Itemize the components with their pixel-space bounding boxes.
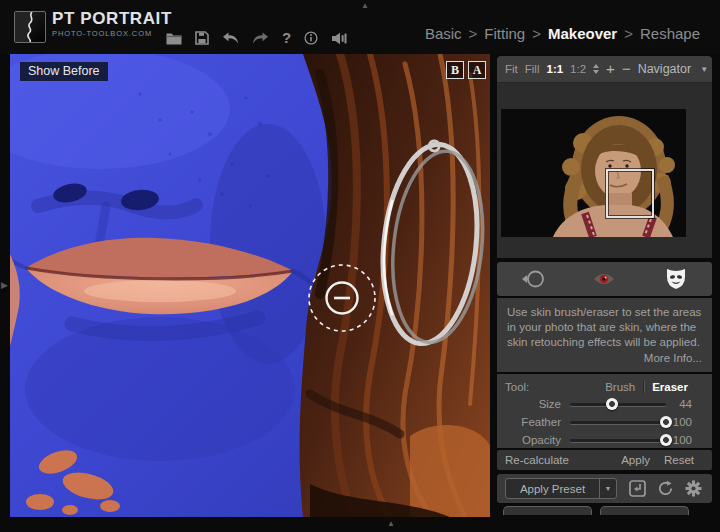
navigator-thumbnail[interactable]	[501, 109, 686, 237]
feather-slider[interactable]	[570, 413, 666, 431]
navigator-caret-icon[interactable]: ▼	[700, 65, 708, 74]
size-slider-row: Size 44	[497, 395, 712, 413]
dropdown-caret-icon: ▼	[599, 479, 616, 498]
breadcrumb-reshape[interactable]: Reshape	[640, 25, 700, 42]
zoom-fill-button[interactable]: Fill	[525, 63, 540, 75]
brush-controls: Tool: Brush Eraser Size 44 Feather 100 O…	[497, 374, 712, 448]
collapse-bottom-arrow-icon[interactable]: ▲	[387, 520, 395, 528]
zoom-1-2-button[interactable]: 1:2	[570, 63, 586, 75]
before-after-buttons: B A	[446, 61, 486, 79]
opacity-slider-row: Opacity 100	[497, 431, 712, 449]
opacity-slider[interactable]	[570, 431, 666, 449]
collapse-top-arrow-icon[interactable]: ▲	[361, 2, 369, 10]
breadcrumb-separator: >	[532, 25, 541, 42]
open-file-icon[interactable]	[166, 32, 182, 45]
apply-button[interactable]: Apply	[621, 454, 650, 466]
navigator-thumbnail-photo	[501, 109, 686, 237]
breadcrumb-separator: >	[624, 25, 633, 42]
size-slider[interactable]	[570, 395, 666, 413]
reset-preset-icon[interactable]	[657, 480, 674, 497]
canvas-photo	[10, 54, 490, 517]
size-slider-label: Size	[505, 398, 570, 410]
preset-settings-gear-icon[interactable]	[685, 480, 702, 497]
navigator-title[interactable]: Navigator	[638, 62, 692, 76]
after-button[interactable]: A	[468, 61, 486, 79]
feather-slider-thumb[interactable]	[660, 416, 672, 428]
tool-separator	[643, 381, 644, 393]
title-bar: PT PORTRAIT PHOTO-TOOLBOX.COM ?	[0, 0, 720, 54]
apply-preset-dropdown[interactable]: Apply Preset ▼	[505, 478, 617, 499]
speaker-icon[interactable]	[331, 32, 347, 45]
app-logo	[14, 11, 46, 43]
skin-mask-tool-icon[interactable]	[656, 268, 696, 290]
brush-tool-button[interactable]: Brush	[605, 381, 635, 393]
app-window: PT PORTRAIT PHOTO-TOOLBOX.COM ?	[0, 0, 720, 532]
zoom-stepper[interactable]	[593, 64, 599, 74]
show-before-button[interactable]: Show Before	[20, 62, 108, 81]
save-icon[interactable]	[195, 31, 209, 45]
opacity-slider-thumb[interactable]	[660, 434, 672, 446]
reset-button[interactable]: Reset	[664, 454, 694, 466]
tool-selector-row: Tool: Brush Eraser	[497, 374, 712, 395]
app-subtitle: PHOTO-TOOLBOX.COM	[52, 29, 172, 38]
breadcrumb-basic[interactable]: Basic	[425, 25, 462, 42]
size-slider-value: 44	[666, 398, 692, 410]
feather-slider-row: Feather 100	[497, 413, 712, 431]
preset-slot-button[interactable]	[503, 506, 592, 515]
redo-icon[interactable]	[252, 32, 269, 44]
right-panel: Fit Fill 1:1 1:2 + − Navigator ▼	[497, 56, 712, 515]
app-title: PT PORTRAIT	[52, 9, 172, 28]
info-icon[interactable]	[304, 31, 318, 45]
breadcrumb-makeover[interactable]: Makeover	[548, 25, 617, 42]
photo-canvas[interactable]: Show Before B A	[10, 54, 490, 517]
navigator-body	[497, 83, 712, 258]
preset-slot-button[interactable]	[600, 506, 689, 515]
app-titles: PT PORTRAIT PHOTO-TOOLBOX.COM	[52, 9, 172, 38]
apply-preset-label: Apply Preset	[506, 483, 599, 495]
navigator-header: Fit Fill 1:1 1:2 + − Navigator ▼	[497, 56, 712, 83]
tool-description: Use skin brush/eraser to set the areas i…	[497, 298, 712, 372]
size-slider-thumb[interactable]	[606, 398, 618, 410]
breadcrumb-separator: >	[469, 25, 478, 42]
zoom-1-1-button[interactable]: 1:1	[546, 63, 563, 75]
undo-icon[interactable]	[222, 32, 239, 44]
eraser-tool-button[interactable]: Eraser	[652, 381, 688, 393]
face-profile-logo-icon	[15, 12, 45, 42]
breadcrumb-fitting[interactable]: Fitting	[484, 25, 525, 42]
redeye-tool-icon[interactable]	[584, 272, 624, 286]
touchup-tool-icon[interactable]	[513, 269, 553, 289]
preset-row: Apply Preset ▼	[497, 474, 712, 503]
makeover-tools-strip	[497, 262, 712, 296]
action-row: Re-calculate Apply Reset	[497, 450, 712, 470]
recalculate-button[interactable]: Re-calculate	[505, 454, 569, 466]
feather-slider-label: Feather	[505, 416, 570, 428]
zoom-out-button[interactable]: −	[622, 63, 631, 75]
tool-label: Tool:	[505, 381, 529, 393]
toolbar: ?	[166, 29, 347, 47]
preset-icons	[629, 480, 702, 497]
expand-left-panel-icon[interactable]: ▶	[1, 280, 8, 290]
help-icon[interactable]: ?	[282, 31, 291, 45]
zoom-fit-button[interactable]: Fit	[505, 63, 518, 75]
breadcrumb: Basic > Fitting > Makeover > Reshape	[425, 25, 700, 42]
before-button[interactable]: B	[446, 61, 464, 79]
more-info-link[interactable]: More Info...	[644, 351, 702, 366]
tool-description-text: Use skin brush/eraser to set the areas i…	[507, 306, 701, 348]
opacity-slider-label: Opacity	[505, 434, 570, 446]
save-preset-icon[interactable]	[629, 480, 646, 497]
zoom-in-button[interactable]: +	[606, 63, 615, 75]
